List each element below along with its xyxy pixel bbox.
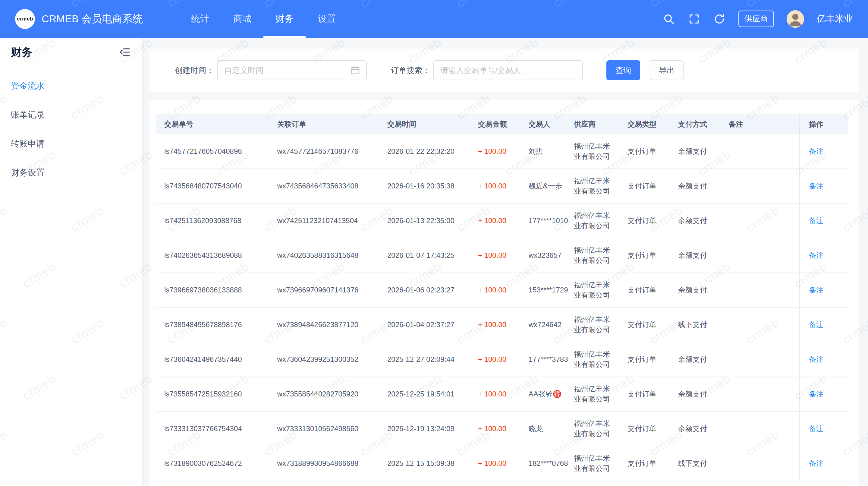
- remark-link[interactable]: 备注: [809, 390, 824, 398]
- cell-amount: + 100.00: [469, 238, 520, 273]
- cell-pay_method: 余额支付: [670, 238, 720, 273]
- cell-type: 支付订单: [619, 342, 670, 377]
- cell-actions: 备注: [800, 169, 848, 204]
- cell-pay_method: 余额支付: [670, 169, 720, 204]
- remark-link[interactable]: 备注: [809, 147, 824, 155]
- create-time-input-box: [217, 60, 367, 80]
- cell-remark: [720, 446, 800, 481]
- order-search-label: 订单搜索：: [391, 65, 430, 76]
- crmeb-logo-text: crmeb: [17, 16, 33, 22]
- cell-amount: + 100.00: [469, 412, 520, 446]
- cell-order_no: ls742511362093088768: [156, 204, 269, 238]
- collapse-sidebar-icon[interactable]: [119, 47, 131, 58]
- sidebar-item[interactable]: 账单记录: [0, 100, 142, 129]
- top-navbar: crmeb CRMEB 会员电商系统 统计商城财务设置 供应商 亿丰米业: [0, 0, 868, 38]
- cell-order_no: ls735585472515932160: [156, 377, 269, 412]
- cell-linked_order: wx740263588316315648: [269, 238, 378, 273]
- table-row: ls736042414967357440wx736042399251300352…: [156, 342, 848, 377]
- order-search-input-box: [433, 60, 583, 80]
- column-header: 备注: [720, 114, 800, 134]
- cell-pay_method: 线下支付: [670, 446, 720, 481]
- main-content: 创建时间： 订单搜索： 查询 导出 交易单号关联订单交易时间交易金额交易人供应商…: [142, 38, 868, 486]
- refresh-icon[interactable]: [713, 13, 726, 25]
- order-search-input[interactable]: [440, 65, 576, 75]
- cell-pay_method: 余额支付: [670, 134, 720, 169]
- create-time-label: 创建时间：: [175, 65, 214, 76]
- cell-linked_order: wx738948426623877120: [269, 307, 378, 342]
- fullscreen-icon[interactable]: [688, 13, 701, 25]
- supplier-role-tag[interactable]: 供应商: [738, 10, 774, 27]
- remark-link[interactable]: 备注: [809, 355, 824, 363]
- cell-supplier: 福州亿丰米业有限公司: [569, 204, 619, 238]
- table-row: ls731890030762524672wx731889930954866688…: [156, 446, 848, 481]
- sidebar: 财务 资金流水账单记录转账申请财务设置: [0, 38, 142, 486]
- sidebar-title: 财务: [11, 45, 33, 60]
- avatar[interactable]: [786, 10, 804, 28]
- cell-type: 支付订单: [619, 169, 670, 204]
- column-header: 交易金额: [469, 114, 520, 134]
- cell-supplier: 福州亿丰米业有限公司: [569, 273, 619, 307]
- cell-linked_order: wx735585440282705920: [269, 377, 378, 412]
- cell-time: 2026-01-04 02:37:27: [378, 307, 469, 342]
- transactions-table-card: 交易单号关联订单交易时间交易金额交易人供应商交易类型支付方式备注操作 ls745…: [150, 100, 859, 486]
- cell-type: 支付订单: [619, 377, 670, 412]
- remark-link[interactable]: 备注: [809, 459, 824, 467]
- cell-actions: 备注: [800, 342, 848, 377]
- create-time-filter: 创建时间：: [175, 60, 367, 80]
- cell-pay_method: 余额支付: [670, 412, 720, 446]
- navbar-right-cluster: 供应商 亿丰米业: [662, 10, 853, 28]
- cell-supplier: 福州亿丰米业有限公司: [569, 238, 619, 273]
- cell-time: 2025-12-25 19:54:01: [378, 377, 469, 412]
- remark-link[interactable]: 备注: [809, 251, 824, 259]
- create-time-input[interactable]: [224, 65, 350, 75]
- cell-amount: + 100.00: [469, 342, 520, 377]
- cell-remark: [720, 204, 800, 238]
- cell-pay_method: 线下支付: [670, 307, 720, 342]
- remark-link[interactable]: 备注: [809, 425, 824, 433]
- remark-link[interactable]: 备注: [809, 286, 824, 294]
- table-row: ls738948495678898176wx738948426623877120…: [156, 307, 848, 342]
- crmeb-logo: crmeb: [15, 9, 35, 29]
- top-nav-item[interactable]: 设置: [306, 0, 348, 38]
- cell-amount: + 100.00: [469, 307, 520, 342]
- cell-time: 2026-01-16 20:35:38: [378, 169, 469, 204]
- cell-time: 2025-12-15 15:09:38: [378, 446, 469, 481]
- remark-link[interactable]: 备注: [809, 182, 824, 190]
- top-nav-item[interactable]: 财务: [264, 0, 306, 38]
- cell-order_no: ls731890030762524672: [156, 446, 269, 481]
- cell-pay_method: 余额支付: [670, 273, 720, 307]
- search-button[interactable]: 查询: [607, 60, 640, 80]
- top-nav-menu: 统计商城财务设置: [179, 0, 348, 38]
- user-name[interactable]: 亿丰米业: [817, 13, 853, 25]
- table-row: ls735585472515932160wx735585440282705920…: [156, 377, 848, 412]
- calendar-icon: [350, 65, 360, 75]
- cell-time: 2026-01-06 02:23:27: [378, 273, 469, 307]
- cell-linked_order: wx739669709607141376: [269, 273, 378, 307]
- remark-link[interactable]: 备注: [809, 216, 824, 224]
- column-header: 交易单号: [156, 114, 269, 134]
- cell-supplier: 福州亿丰米业有限公司: [569, 169, 619, 204]
- cell-amount: + 100.00: [469, 377, 520, 412]
- cell-type: 支付订单: [619, 273, 670, 307]
- cell-order_no: ls740263654313689088: [156, 238, 269, 273]
- cell-amount: + 100.00: [469, 446, 520, 481]
- top-nav-item[interactable]: 商城: [221, 0, 264, 38]
- cell-time: 2025-12-19 13:24:09: [378, 412, 469, 446]
- table-row: ls740263654313689088wx740263588316315648…: [156, 238, 848, 273]
- top-nav-item[interactable]: 统计: [179, 0, 221, 38]
- search-icon[interactable]: [662, 13, 675, 25]
- sidebar-item[interactable]: 资金流水: [0, 71, 142, 100]
- sidebar-item[interactable]: 转账申请: [0, 129, 142, 158]
- cell-time: 2025-12-27 02:09:44: [378, 342, 469, 377]
- cell-order_no: ls736042414967357440: [156, 342, 269, 377]
- column-header: 支付方式: [670, 114, 720, 134]
- table-row: ls745772176057040896wx745772146571083776…: [156, 134, 848, 169]
- remark-link[interactable]: 备注: [809, 321, 824, 329]
- export-button[interactable]: 导出: [650, 60, 684, 80]
- sidebar-item[interactable]: 财务设置: [0, 158, 142, 187]
- cell-actions: 备注: [800, 307, 848, 342]
- cell-type: 支付订单: [619, 238, 670, 273]
- cell-trader: 晓龙: [520, 412, 569, 446]
- column-header: 交易人: [520, 114, 569, 134]
- cell-remark: [720, 412, 800, 446]
